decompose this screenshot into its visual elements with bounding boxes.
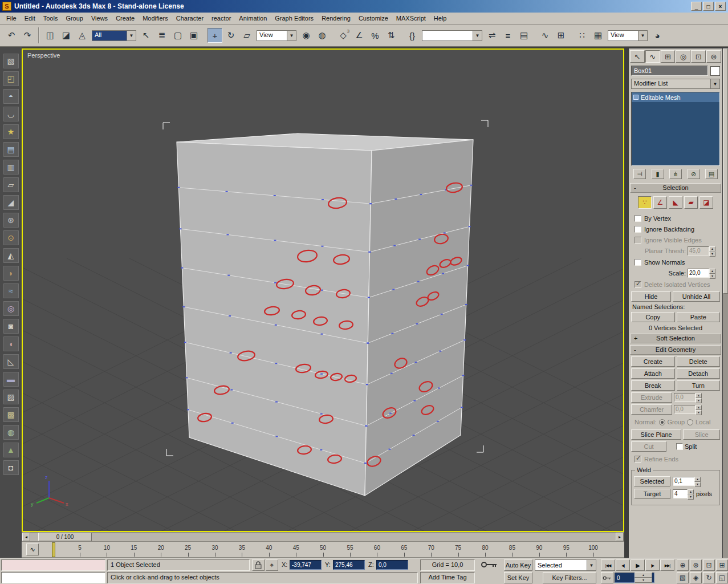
add-time-tag[interactable]: Add Time Tag bbox=[420, 572, 475, 583]
chevron-down-icon[interactable]: ▼ bbox=[127, 31, 136, 40]
attach-button[interactable]: Attach bbox=[631, 368, 675, 379]
menu-item-character[interactable]: Character bbox=[172, 13, 208, 23]
snap-toggle-icon[interactable]: ◇3 bbox=[336, 28, 351, 43]
polygon-subobject-icon[interactable]: ▰ bbox=[684, 196, 698, 209]
menu-item-create[interactable]: Create bbox=[112, 13, 139, 23]
edit-geometry-rollout-header[interactable]: - Edit Geometry bbox=[630, 345, 721, 355]
collapse-icon[interactable]: - bbox=[634, 184, 636, 192]
tab-motion-icon[interactable]: ◎ bbox=[676, 50, 690, 63]
object-color-swatch[interactable] bbox=[710, 66, 720, 76]
chevron-down-icon[interactable]: ▼ bbox=[710, 79, 719, 88]
layer-manager-icon[interactable]: ▤ bbox=[516, 28, 531, 43]
ignore-backfacing-checkbox[interactable] bbox=[635, 226, 641, 233]
element-subobject-icon[interactable]: ◪ bbox=[699, 196, 713, 209]
open-mini-curve-editor-icon[interactable]: ∿ bbox=[26, 544, 39, 555]
configure-modifier-sets-icon[interactable]: ▤ bbox=[705, 169, 718, 179]
menu-item-help[interactable]: Help bbox=[430, 13, 451, 23]
set-key-mode-icon[interactable] bbox=[481, 561, 501, 572]
weld-target-spinner[interactable]: 4▴▾ bbox=[673, 489, 694, 498]
pin-icon[interactable]: ⊙ bbox=[3, 230, 19, 245]
cut-button[interactable]: Cut bbox=[631, 441, 666, 452]
wave-icon[interactable]: ≈ bbox=[3, 283, 19, 298]
scale-spinner[interactable]: 20,0▴▾ bbox=[688, 269, 715, 278]
select-and-move-icon[interactable]: + bbox=[208, 28, 222, 43]
loft-icon[interactable]: ◗ bbox=[3, 266, 19, 281]
menu-item-animation[interactable]: Animation bbox=[235, 13, 271, 23]
auto-key-button[interactable]: Auto Key bbox=[504, 559, 532, 571]
min-max-toggle-icon[interactable]: ◱ bbox=[716, 572, 728, 583]
vertex-subobject-icon[interactable]: ∵ bbox=[638, 196, 652, 209]
turn-button[interactable]: Turn bbox=[677, 380, 721, 391]
extrude-button[interactable]: Extrude bbox=[631, 392, 672, 403]
reference-coordinate-dropdown[interactable]: View▼ bbox=[257, 30, 296, 41]
copy-button[interactable]: Copy bbox=[631, 312, 675, 322]
chevron-down-icon[interactable]: ▼ bbox=[287, 31, 296, 40]
slice-plane-button[interactable]: Slice Plane bbox=[631, 429, 681, 440]
select-and-rotate-icon[interactable]: ↻ bbox=[223, 28, 238, 43]
arrow-tool-icon[interactable]: ◭ bbox=[3, 248, 19, 263]
select-object-icon[interactable]: ↖ bbox=[139, 28, 153, 43]
collapse-icon[interactable]: - bbox=[634, 346, 636, 354]
tab-utilities-icon[interactable]: ⊚ bbox=[706, 50, 721, 63]
bind-to-space-warp-icon[interactable]: ◬ bbox=[75, 28, 90, 43]
expand-icon[interactable]: + bbox=[634, 334, 637, 343]
tab-hierarchy-icon[interactable]: ⊞ bbox=[661, 50, 676, 63]
viewport-canvas[interactable]: zxy bbox=[23, 50, 623, 531]
arc-rotate-icon[interactable]: ↻ bbox=[703, 572, 715, 583]
weld-target-button[interactable]: Target bbox=[634, 489, 670, 499]
tab-modify-icon[interactable]: ∿ bbox=[645, 50, 660, 63]
pan-view-icon[interactable]: ◈ bbox=[690, 572, 702, 583]
z-coordinate-field[interactable]: 0,0 bbox=[376, 560, 408, 570]
spinner-snap-icon[interactable]: ⇅ bbox=[384, 28, 398, 43]
select-and-scale-icon[interactable]: ▱ bbox=[239, 28, 254, 43]
key-filters-button[interactable]: Key Filters... bbox=[543, 572, 596, 583]
key-mode-dropdown[interactable]: Selected ▼ bbox=[535, 559, 596, 571]
knife-icon[interactable]: ◢ bbox=[3, 195, 19, 210]
weld-selected-spinner[interactable]: 0,1▴▾ bbox=[673, 477, 701, 486]
door-icon[interactable]: ◰ bbox=[3, 71, 19, 86]
modifier-stack-list[interactable]: Editable Mesh bbox=[631, 92, 720, 166]
lock-selection-icon[interactable] bbox=[252, 559, 265, 571]
menu-item-file[interactable]: File bbox=[2, 13, 21, 23]
camera-icon[interactable]: ◘ bbox=[3, 460, 19, 475]
render-viewport-dropdown[interactable]: View▼ bbox=[608, 30, 648, 41]
named-selection-sets-icon[interactable]: {} bbox=[405, 28, 420, 43]
use-pivot-point-icon[interactable]: ◉ bbox=[299, 28, 314, 43]
bone-icon[interactable]: ◺ bbox=[3, 354, 19, 369]
go-to-end-icon[interactable]: ▶▶| bbox=[660, 559, 674, 571]
edge-subobject-icon[interactable]: ∠ bbox=[653, 196, 667, 209]
next-frame-icon[interactable]: |▶ bbox=[645, 559, 660, 571]
pencil-icon[interactable]: ▱ bbox=[3, 177, 19, 192]
track-left-arrow[interactable]: ◂ bbox=[22, 533, 30, 541]
close-button[interactable]: × bbox=[715, 2, 726, 11]
layer-stack-icon[interactable]: ▥ bbox=[3, 160, 19, 175]
viewport-label[interactable]: Perspective bbox=[27, 52, 60, 59]
menu-item-customize[interactable]: Customize bbox=[355, 13, 392, 23]
split-checkbox[interactable] bbox=[676, 443, 683, 450]
menu-item-reactor[interactable]: reactor bbox=[208, 13, 235, 23]
select-by-name-icon[interactable]: ≣ bbox=[154, 28, 169, 43]
maxscript-mini-listener-white[interactable] bbox=[1, 572, 105, 583]
chevron-down-icon[interactable]: ▼ bbox=[473, 31, 482, 40]
track-right-arrow[interactable]: ▸ bbox=[616, 533, 624, 541]
zoom-all-icon[interactable]: ⊛ bbox=[690, 559, 702, 571]
render-scene-icon[interactable]: ▦ bbox=[591, 28, 605, 43]
time-slider-track[interactable]: 0 / 100 bbox=[30, 533, 616, 541]
coil-icon[interactable]: ◎ bbox=[3, 301, 19, 316]
timeline-ruler[interactable]: ∿ 51015202530354045505560657075808590951… bbox=[22, 542, 624, 558]
smooth-icon[interactable]: ◍ bbox=[3, 425, 19, 440]
menu-item-rendering[interactable]: Rendering bbox=[318, 13, 355, 23]
schematic-view-icon[interactable]: ⊞ bbox=[554, 28, 568, 43]
face-subobject-icon[interactable]: ◣ bbox=[669, 196, 682, 209]
quick-render-icon[interactable]: ◕ bbox=[650, 28, 665, 43]
create-button[interactable]: Create bbox=[631, 356, 675, 367]
pin-stack-icon[interactable]: ⊣ bbox=[633, 169, 646, 179]
break-button[interactable]: Break bbox=[631, 380, 675, 391]
zoom-extents-all-icon[interactable]: ⊞ bbox=[716, 559, 728, 571]
go-to-start-icon[interactable]: |◀◀ bbox=[601, 559, 615, 571]
remove-modifier-icon[interactable]: ⊘ bbox=[688, 169, 700, 179]
material-editor-icon[interactable]: ∷ bbox=[575, 28, 589, 43]
chamfer-button[interactable]: Chamfer bbox=[631, 404, 672, 415]
weld-selected-button[interactable]: Selected bbox=[634, 476, 670, 486]
command-panel-scrollbar[interactable] bbox=[723, 48, 728, 558]
